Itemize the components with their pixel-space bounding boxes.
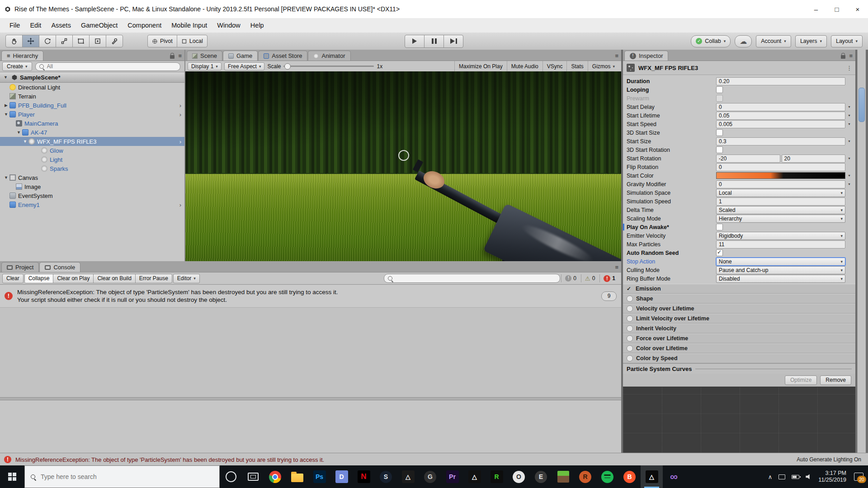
hierarchy-item-pfb-building-full[interactable]: ▶PFB_Building_Full › <box>0 101 184 110</box>
close-button[interactable]: × <box>847 0 868 18</box>
taskbar-app-epic[interactable]: E <box>530 465 552 488</box>
start-rotation-max-field[interactable]: 20 <box>782 155 846 163</box>
module-color-over-lifetime[interactable]: Color over Lifetime <box>623 343 855 353</box>
menu-file[interactable]: File <box>5 18 25 33</box>
taskbar-app-visual-studio[interactable]: ∞ <box>663 465 685 488</box>
taskbar-app-unity-active[interactable]: △ <box>641 465 663 488</box>
inspector-scrollbar[interactable] <box>857 50 866 453</box>
scale-slider-knob[interactable] <box>284 63 291 70</box>
hierarchy-item-sparks[interactable]: Sparks <box>0 164 184 173</box>
prefab-open-icon[interactable]: › <box>179 138 181 145</box>
module-emission[interactable]: ✓ Emission <box>623 284 855 294</box>
status-bar[interactable]: MissingReferenceException: The object of… <box>0 453 868 466</box>
menu-edit[interactable]: Edit <box>25 18 46 33</box>
clear-on-play-toggle[interactable]: Clear on Play <box>53 274 94 283</box>
error-count[interactable]: 1 <box>599 274 619 282</box>
console-search[interactable] <box>384 274 560 283</box>
module-toggle-icon[interactable] <box>627 335 633 342</box>
taskbar-search-input[interactable] <box>40 473 213 481</box>
hidden-icons-chevron[interactable]: ∧ <box>768 474 773 480</box>
battery-icon[interactable] <box>792 475 799 479</box>
move-tool-button[interactable] <box>22 35 39 47</box>
warning-count[interactable]: ⚠ 0 <box>581 274 599 282</box>
taskbar-app-brave[interactable]: B <box>618 465 641 488</box>
hierarchy-item-ak-47[interactable]: ▼AK-47 <box>0 128 184 137</box>
play-button[interactable] <box>405 35 425 48</box>
module-force-over-lifetime[interactable]: Force over Lifetime <box>623 333 855 343</box>
scaling-mode-dropdown[interactable]: Hierarchy▾ <box>716 215 845 223</box>
taskbar-app-task-view[interactable] <box>242 465 264 488</box>
component-menu-icon[interactable]: ⋮ <box>846 65 852 71</box>
taskbar-app-photoshop[interactable]: Ps <box>308 465 330 488</box>
taskbar-app-cortana[interactable] <box>220 465 242 488</box>
curve-dropdown-icon[interactable]: ▾ <box>847 105 852 109</box>
play-on-awake-checkbox[interactable] <box>716 224 723 230</box>
module-toggle-icon[interactable] <box>627 305 633 312</box>
clear-button[interactable]: Clear <box>2 274 24 283</box>
cloud-services-button[interactable]: ☁ <box>735 35 752 47</box>
scene-header[interactable]: ▼ SampleScene* <box>0 72 184 83</box>
clear-on-build-toggle[interactable]: Clear on Build <box>93 274 135 283</box>
pivot-button[interactable]: Pivot <box>147 35 177 47</box>
foldout-icon[interactable]: ▼ <box>2 75 9 80</box>
3d-start-size-checkbox[interactable] <box>716 129 723 136</box>
taskbar-clock[interactable]: 3:17 PM 11/25/2019 <box>818 470 846 483</box>
flip-rotation-field[interactable]: 0 <box>716 163 845 171</box>
curve-dropdown-icon[interactable]: ▾ <box>847 156 852 160</box>
custom-tool-button[interactable] <box>106 35 123 47</box>
curve-editor-area[interactable] <box>623 387 855 453</box>
action-center-button[interactable]: 20 <box>854 473 863 481</box>
volume-icon[interactable] <box>806 474 812 479</box>
hierarchy-item-image[interactable]: Image <box>0 182 184 191</box>
console-log-entry[interactable]: MissingReferenceException: The object of… <box>0 285 621 308</box>
layout-dropdown[interactable]: Layout ▾ <box>831 35 863 47</box>
prefab-open-icon[interactable]: › <box>179 102 181 109</box>
local-button[interactable]: Local <box>177 35 208 47</box>
culling-mode-dropdown[interactable]: Pause and Catch-up▾ <box>716 266 845 274</box>
pane-menu-icon[interactable]: ≡ <box>178 52 181 59</box>
taskbar-app-steam[interactable]: S <box>375 465 397 488</box>
lock-icon[interactable] <box>841 55 845 59</box>
module-shape[interactable]: Shape <box>623 294 855 304</box>
tab-inspector[interactable]: Inspector <box>624 51 668 61</box>
taskbar-app-gog[interactable]: G <box>419 465 441 488</box>
minimize-button[interactable]: – <box>806 0 826 18</box>
component-header[interactable]: WFX_MF FPS RIFLE3 ⋮ <box>623 61 855 75</box>
tab-console[interactable]: Console <box>39 262 80 272</box>
scale-tool-button[interactable] <box>56 35 73 47</box>
vsync-toggle[interactable]: VSync <box>542 61 567 71</box>
module-color-by-speed[interactable]: Color by Speed <box>623 353 855 363</box>
pause-button[interactable] <box>424 35 444 48</box>
stop-action-dropdown[interactable]: None▾ <box>716 258 845 266</box>
foldout-icon[interactable]: ▼ <box>15 130 22 135</box>
module-toggle-icon[interactable] <box>627 325 633 332</box>
taskbar-app-netflix[interactable]: N <box>353 465 375 488</box>
module-toggle-icon[interactable] <box>627 345 633 352</box>
taskbar-app-unity-hub[interactable]: △ <box>397 465 419 488</box>
hierarchy-item-wfx-mf-fps-rifle3[interactable]: ▼WFX_MF FPS RIFLE3 › <box>0 137 184 146</box>
module-enabled-icon[interactable]: ✓ <box>627 286 632 292</box>
maximize-button[interactable]: □ <box>826 0 847 18</box>
maximize-on-play-toggle[interactable]: Maximize On Play <box>454 61 507 71</box>
module-velocity-over-lifetime[interactable]: Velocity over Lifetime <box>623 304 855 314</box>
scale-slider[interactable] <box>283 66 374 67</box>
lock-icon[interactable] <box>170 55 175 59</box>
curve-dropdown-icon[interactable]: ▾ <box>847 122 852 126</box>
start-speed-field[interactable]: 0.005 <box>716 120 845 128</box>
tab-animator[interactable]: Animator <box>308 51 350 61</box>
tab-game[interactable]: Game <box>223 51 258 61</box>
rotate-tool-button[interactable] <box>39 35 56 47</box>
hierarchy-item-canvas[interactable]: ▼Canvas <box>0 173 184 182</box>
gravity-modifier-field[interactable]: 0 <box>716 180 845 188</box>
collapse-toggle[interactable]: Collapse <box>24 274 54 283</box>
pane-menu-icon[interactable]: ≡ <box>849 52 852 59</box>
taskbar-app-premiere[interactable]: Pr <box>441 465 463 488</box>
tab-project[interactable]: Project <box>1 262 39 272</box>
layers-dropdown[interactable]: Layers ▾ <box>795 35 827 47</box>
stats-toggle[interactable]: Stats <box>566 61 587 71</box>
menu-component[interactable]: Component <box>123 18 166 33</box>
module-inherit-velocity[interactable]: Inherit Velocity <box>623 324 855 333</box>
delta-time-dropdown[interactable]: Scaled▾ <box>716 206 845 214</box>
prefab-open-icon[interactable]: › <box>179 202 181 208</box>
pan-tool-button[interactable] <box>5 35 23 47</box>
